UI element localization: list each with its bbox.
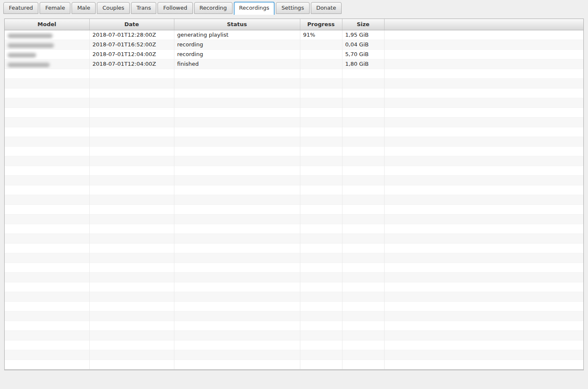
- empty-row: [5, 340, 583, 350]
- empty-cell: [5, 292, 89, 301]
- empty-cell: [89, 243, 174, 253]
- tab-male[interactable]: Male: [72, 2, 96, 14]
- app-window: Featured Female Male Couples Trans Follo…: [0, 0, 588, 370]
- table-row[interactable]: 2018-07-01T12:04:00Z finished 1,80 GiB: [5, 59, 583, 69]
- empty-cell: [89, 359, 174, 369]
- progress-cell: [300, 59, 342, 69]
- redacted-model-name: [8, 62, 50, 67]
- tab-featured[interactable]: Featured: [3, 2, 38, 14]
- col-header-filler: [384, 19, 583, 30]
- empty-cell: [89, 253, 174, 263]
- model-cell: [5, 40, 89, 49]
- empty-cell: [342, 166, 384, 175]
- empty-cell: [5, 282, 89, 292]
- empty-row: [5, 78, 583, 88]
- col-header-progress[interactable]: Progress: [300, 19, 342, 30]
- empty-cell: [174, 185, 300, 195]
- progress-cell: [300, 40, 342, 49]
- empty-cell: [384, 359, 583, 369]
- col-header-model[interactable]: Model: [5, 19, 89, 30]
- empty-cell: [300, 98, 342, 107]
- table-row[interactable]: 2018-07-01T12:04:00Z recording 5,70 GiB: [5, 49, 583, 59]
- col-header-date[interactable]: Date: [89, 19, 174, 30]
- empty-cell: [342, 117, 384, 127]
- empty-cell: [5, 137, 89, 146]
- empty-cell: [5, 98, 89, 107]
- empty-cell: [5, 321, 89, 330]
- col-header-status[interactable]: Status: [174, 19, 300, 30]
- empty-cell: [300, 233, 342, 243]
- col-header-size[interactable]: Size: [342, 19, 384, 30]
- empty-cell: [174, 69, 300, 78]
- empty-cell: [342, 292, 384, 301]
- tab-donate[interactable]: Donate: [311, 2, 342, 14]
- empty-cell: [384, 156, 583, 166]
- empty-cell: [5, 204, 89, 214]
- empty-row: [5, 263, 583, 272]
- empty-row: [5, 156, 583, 166]
- tab-trans[interactable]: Trans: [131, 2, 156, 14]
- empty-cell: [384, 301, 583, 311]
- empty-cell: [384, 195, 583, 204]
- empty-cell: [300, 253, 342, 263]
- empty-cell: [174, 263, 300, 272]
- empty-cell: [342, 359, 384, 369]
- empty-cell: [5, 127, 89, 137]
- empty-cell: [174, 301, 300, 311]
- empty-cell: [300, 311, 342, 321]
- empty-cell: [174, 233, 300, 243]
- empty-cell: [89, 330, 174, 340]
- empty-cell: [384, 107, 583, 117]
- empty-cell: [300, 88, 342, 98]
- empty-row: [5, 224, 583, 233]
- empty-cell: [89, 127, 174, 137]
- empty-cell: [342, 272, 384, 282]
- table-row[interactable]: 2018-07-01T16:52:00Z recording 0,04 GiB: [5, 40, 583, 49]
- empty-cell: [89, 156, 174, 166]
- empty-row: [5, 117, 583, 127]
- empty-cell: [384, 233, 583, 243]
- empty-cell: [384, 321, 583, 330]
- empty-cell: [342, 321, 384, 330]
- empty-row: [5, 166, 583, 175]
- empty-cell: [174, 127, 300, 137]
- empty-cell: [300, 321, 342, 330]
- status-cell: finished: [174, 59, 300, 69]
- empty-cell: [300, 350, 342, 359]
- empty-cell: [342, 233, 384, 243]
- empty-row: [5, 204, 583, 214]
- tab-recordings[interactable]: Recordings: [234, 2, 275, 15]
- empty-cell: [384, 350, 583, 359]
- empty-cell: [342, 204, 384, 214]
- empty-cell: [300, 195, 342, 204]
- status-cell: generating playlist: [174, 30, 300, 40]
- empty-cell: [89, 185, 174, 195]
- empty-cell: [5, 175, 89, 185]
- empty-cell: [300, 292, 342, 301]
- empty-cell: [5, 311, 89, 321]
- empty-row: [5, 127, 583, 137]
- empty-cell: [89, 340, 174, 350]
- empty-row: [5, 233, 583, 243]
- empty-cell: [342, 195, 384, 204]
- empty-row: [5, 107, 583, 117]
- tab-female[interactable]: Female: [40, 2, 70, 14]
- empty-cell: [174, 107, 300, 117]
- empty-row: [5, 185, 583, 195]
- empty-cell: [5, 340, 89, 350]
- empty-cell: [174, 243, 300, 253]
- tab-settings[interactable]: Settings: [276, 2, 309, 14]
- tab-followed[interactable]: Followed: [158, 2, 192, 14]
- empty-cell: [300, 117, 342, 127]
- size-cell: 0,04 GiB: [342, 40, 384, 49]
- empty-cell: [300, 175, 342, 185]
- model-cell: [5, 59, 89, 69]
- empty-cell: [89, 282, 174, 292]
- empty-cell: [5, 214, 89, 224]
- empty-cell: [300, 224, 342, 233]
- empty-cell: [5, 224, 89, 233]
- tab-recording[interactable]: Recording: [194, 2, 233, 14]
- tab-couples[interactable]: Couples: [97, 2, 130, 14]
- empty-cell: [174, 137, 300, 146]
- table-row[interactable]: 2018-07-01T12:28:00Z generating playlist…: [5, 30, 583, 40]
